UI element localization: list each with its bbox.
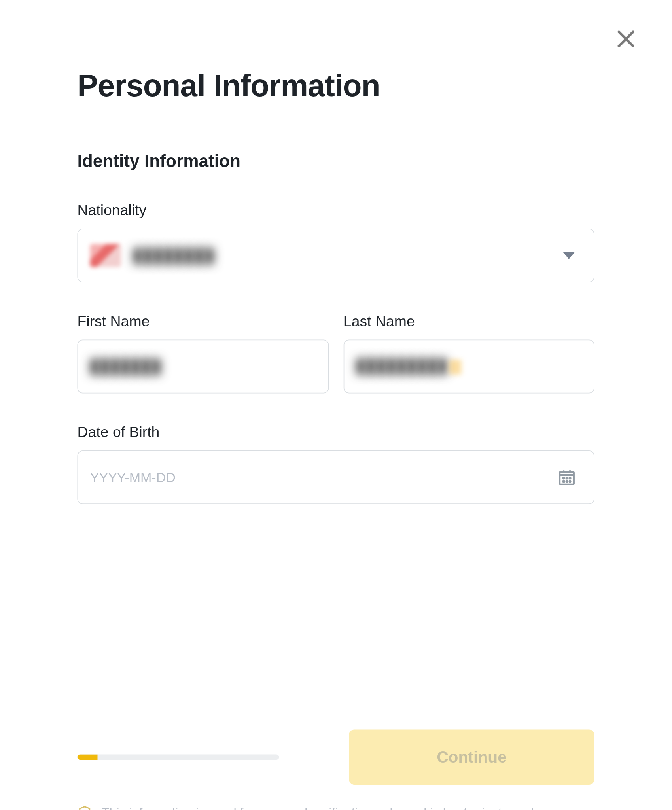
svg-point-11 (566, 481, 568, 482)
svg-marker-2 (563, 252, 575, 259)
disclaimer-text: This information is used for personal ve… (102, 804, 594, 810)
page-title: Personal Information (78, 67, 594, 104)
continue-button[interactable]: Continue (349, 730, 594, 785)
nationality-label: Nationality (78, 202, 594, 219)
svg-point-10 (563, 481, 564, 482)
dob-label: Date of Birth (78, 424, 594, 441)
nationality-value: ████████ (133, 248, 215, 263)
progress-fill (78, 754, 98, 760)
svg-point-9 (569, 477, 570, 479)
first-name-value: ███████ (90, 359, 162, 374)
nationality-select[interactable]: ████████ (78, 229, 594, 282)
svg-point-7 (563, 477, 564, 479)
chevron-down-icon (563, 252, 575, 259)
close-button[interactable] (614, 27, 638, 51)
progress-bar (78, 754, 279, 760)
close-icon (614, 42, 638, 53)
last-name-value: █████████ (356, 358, 461, 374)
calendar-icon (557, 468, 576, 487)
last-name-input[interactable]: █████████ (343, 340, 594, 394)
first-name-input[interactable]: ███████ (78, 340, 329, 394)
svg-point-12 (569, 481, 570, 482)
flag-icon (90, 244, 121, 267)
last-name-label: Last Name (343, 313, 594, 330)
dob-input-wrapper[interactable] (78, 450, 594, 504)
dob-input[interactable] (90, 451, 582, 504)
shield-check-icon (78, 806, 92, 810)
section-title: Identity Information (78, 151, 594, 172)
svg-point-8 (566, 477, 568, 479)
first-name-label: First Name (78, 313, 329, 330)
